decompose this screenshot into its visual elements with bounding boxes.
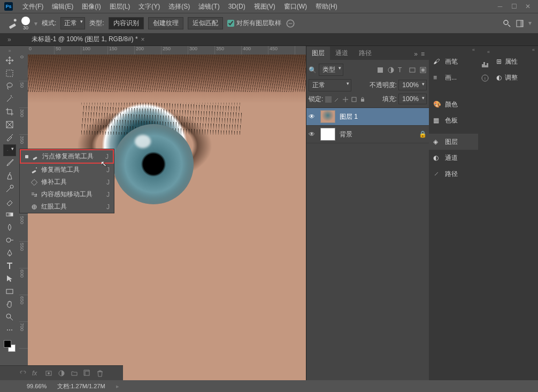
document-tab[interactable]: 未标题-1 @ 100% (图层 1, RGB/8#) * × — [26, 33, 150, 45]
sample-all-layers-checkbox[interactable]: 对所有图层取样 — [227, 19, 281, 28]
healing-brush-item[interactable]: 修复画笔工具 J — [20, 164, 114, 176]
filter-adjust-icon[interactable] — [387, 66, 395, 74]
menu-layer[interactable]: 图层(L) — [105, 2, 135, 11]
zoom-level[interactable]: 99.66% — [27, 383, 47, 389]
history-brush-tool[interactable] — [3, 183, 16, 195]
ruler-vertical[interactable]: 050300350400450500550600650700 — [19, 55, 28, 380]
menu-3d[interactable]: 3D(D) — [224, 3, 250, 10]
properties-panel-btn[interactable]: ⊞属性 — [492, 53, 538, 70]
filter-type-icon[interactable]: T — [398, 66, 405, 74]
doc-size[interactable]: 文档:1.27M/1.27M — [57, 382, 105, 390]
paths-panel-btn[interactable]: ⟋路径 — [429, 166, 478, 182]
menu-edit[interactable]: 编辑(E) — [48, 2, 78, 11]
blur-tool[interactable] — [3, 221, 16, 233]
menu-view[interactable]: 视图(V) — [250, 2, 280, 11]
red-eye-tool-item[interactable]: 红眼工具 J — [20, 201, 114, 213]
opacity-input[interactable]: 100% — [398, 80, 427, 90]
menu-select[interactable]: 选择(S) — [164, 2, 194, 11]
layers-panel-btn[interactable]: ◈图层 — [429, 134, 478, 150]
menu-image[interactable]: 图像(I) — [78, 2, 105, 11]
frame-tool[interactable] — [3, 119, 16, 130]
lasso-tool[interactable] — [3, 80, 16, 92]
eyedropper-tool[interactable] — [3, 132, 16, 143]
pressure-icon[interactable] — [286, 19, 295, 28]
type-content-aware[interactable]: 内容识别 — [109, 17, 144, 29]
crop-tool[interactable] — [3, 106, 16, 118]
menu-window[interactable]: 窗口(W) — [280, 2, 311, 11]
layer-filter-select[interactable]: 类型 — [319, 64, 343, 76]
spot-healing-brush-item[interactable]: 污点修复画笔工具 J — [20, 149, 114, 164]
menu-type[interactable]: 文字(Y) — [134, 2, 164, 11]
clone-stamp-tool[interactable] — [3, 170, 16, 182]
window-maximize[interactable]: ☐ — [508, 2, 520, 11]
brush-preview[interactable]: 30 — [21, 17, 30, 30]
layer-thumbnail[interactable] — [320, 110, 335, 123]
collapse-icon[interactable]: « — [487, 49, 492, 55]
menu-filter[interactable]: 滤镜(T) — [194, 2, 224, 11]
new-layer-icon[interactable] — [83, 370, 91, 377]
rectangle-tool[interactable] — [3, 286, 16, 297]
status-chevron-icon[interactable]: ▸ — [116, 383, 119, 390]
paths-tab[interactable]: 路径 — [353, 47, 377, 60]
adjustment-icon[interactable] — [58, 370, 65, 377]
patch-tool-item[interactable]: 修补工具 J — [20, 176, 114, 188]
brush-panel-btn[interactable]: 🖌画笔 — [429, 53, 478, 70]
link-icon[interactable] — [19, 370, 27, 377]
mask-icon[interactable] — [45, 370, 52, 377]
gradient-tool[interactable] — [3, 209, 16, 220]
hand-tool[interactable] — [3, 298, 16, 310]
blend-mode-select[interactable]: 正常 — [60, 17, 85, 29]
spot-healing-tool[interactable] — [3, 144, 16, 156]
zoom-tool[interactable] — [3, 311, 16, 323]
content-aware-move-item[interactable]: 内容感知移动工具 J — [20, 188, 114, 201]
visibility-icon[interactable]: 👁 — [309, 113, 316, 120]
tab-close-icon[interactable]: × — [141, 36, 145, 43]
lock-position-icon[interactable] — [342, 96, 349, 103]
lock-all-icon[interactable] — [359, 96, 366, 103]
adjustments-panel-btn[interactable]: ◐调整 — [492, 70, 538, 86]
path-select-tool[interactable] — [3, 273, 16, 285]
collapse-icon[interactable]: « — [492, 46, 538, 53]
layer-name[interactable]: 图层 1 — [340, 112, 358, 121]
channels-tab[interactable]: 通道 — [330, 47, 353, 60]
layer-item[interactable]: 👁 背景 🔒 — [306, 126, 429, 143]
type-proximity-match[interactable]: 近似匹配 — [188, 17, 223, 29]
ruler-horizontal[interactable]: 050100150200250300350400450 — [28, 46, 306, 55]
lock-artboard-icon[interactable] — [351, 96, 357, 103]
layer-name[interactable]: 背景 — [340, 130, 352, 139]
filter-pixel-icon[interactable] — [376, 66, 384, 74]
tab-expand-icon[interactable]: » — [7, 36, 11, 43]
eraser-tool[interactable] — [3, 196, 16, 207]
search-icon[interactable] — [503, 19, 511, 28]
fx-icon[interactable]: fx — [32, 370, 40, 377]
brush-tool[interactable] — [3, 157, 16, 169]
lock-paint-icon[interactable] — [334, 96, 340, 103]
info-icon[interactable]: i — [481, 74, 489, 82]
filter-shape-icon[interactable] — [409, 66, 416, 74]
workspace-icon[interactable] — [516, 19, 524, 28]
trash-icon[interactable] — [96, 370, 104, 377]
swatch-panel-btn[interactable]: ▦色板 — [429, 112, 478, 128]
channels-panel-btn[interactable]: ◐通道 — [429, 150, 478, 166]
menu-help[interactable]: 帮助(H) — [311, 2, 342, 11]
filter-smart-icon[interactable] — [419, 66, 427, 74]
visibility-icon[interactable]: 👁 — [309, 130, 316, 138]
group-icon[interactable] — [71, 370, 78, 377]
layer-thumbnail[interactable] — [320, 128, 335, 141]
menu-file[interactable]: 文件(F) — [18, 2, 48, 11]
collapse-icon[interactable]: « — [429, 46, 478, 53]
lock-transparent-icon[interactable] — [325, 96, 332, 103]
dodge-tool[interactable] — [3, 234, 16, 246]
canvas[interactable] — [28, 55, 306, 380]
layer-item[interactable]: 👁 图层 1 — [306, 108, 429, 126]
color-panel-btn[interactable]: 🎨颜色 — [429, 96, 478, 112]
color-swatch[interactable] — [4, 340, 16, 352]
histogram-icon[interactable] — [481, 60, 489, 68]
fill-input[interactable]: 100% — [398, 94, 427, 104]
layers-tab[interactable]: 图层 — [306, 47, 330, 60]
panel-menu-icon[interactable]: ≡ — [421, 50, 425, 58]
panel-collapse-icon[interactable]: » — [414, 50, 418, 58]
magic-wand-tool[interactable] — [3, 93, 16, 105]
pen-tool[interactable] — [3, 247, 16, 259]
brushset-panel-btn[interactable]: ≡画... — [429, 70, 478, 86]
